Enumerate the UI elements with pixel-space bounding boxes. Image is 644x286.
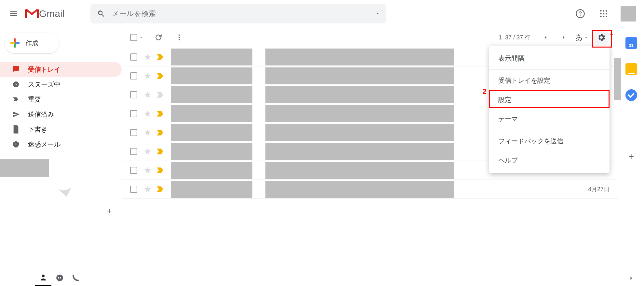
star-icon[interactable] xyxy=(144,110,152,118)
more-button[interactable] xyxy=(174,32,185,43)
mail-date: 4月27日 xyxy=(588,185,610,193)
account-avatar[interactable] xyxy=(621,6,636,21)
next-page-button[interactable] xyxy=(557,28,570,47)
row-checkbox[interactable] xyxy=(130,186,137,193)
refresh-icon xyxy=(154,33,163,42)
calendar-addon[interactable]: 31 xyxy=(625,37,637,49)
chat-bubble-tail xyxy=(52,184,122,197)
importance-icon[interactable] xyxy=(156,148,165,155)
star-icon[interactable] xyxy=(144,148,152,155)
star-icon[interactable] xyxy=(144,185,152,193)
subject-redacted xyxy=(265,181,454,198)
search-options-icon[interactable] xyxy=(375,11,380,16)
refresh-button[interactable] xyxy=(153,32,164,43)
apps-button[interactable] xyxy=(595,5,613,23)
menu-item-feedback[interactable]: フィードバックを送信 xyxy=(489,132,610,151)
chevron-right-icon xyxy=(628,275,635,281)
row-checkbox[interactable] xyxy=(130,110,137,117)
important-icon xyxy=(11,95,21,103)
compose-label: 作成 xyxy=(25,39,38,48)
tasks-addon[interactable] xyxy=(625,89,637,101)
svg-rect-16 xyxy=(60,277,61,279)
sender-redacted xyxy=(171,181,252,198)
svg-point-3 xyxy=(603,10,605,11)
sidebar-item-inbox[interactable]: 受信トレイ xyxy=(0,62,122,77)
main-menu-button[interactable] xyxy=(4,4,23,23)
sidebar-item-drafts[interactable]: 下書き xyxy=(0,122,122,137)
importance-icon[interactable] xyxy=(156,72,165,79)
menu-item-help[interactable]: ヘルプ xyxy=(489,151,610,170)
sidebar-item-snoozed[interactable]: スヌーズ中 xyxy=(0,77,122,92)
hangouts-chat-tab[interactable] xyxy=(51,270,68,286)
settings-button[interactable] xyxy=(593,29,610,46)
row-checkbox[interactable] xyxy=(130,129,137,136)
hangouts-phone-tab[interactable] xyxy=(68,270,84,286)
row-checkbox[interactable] xyxy=(130,167,137,174)
importance-icon[interactable] xyxy=(156,53,165,61)
mail-row[interactable]: 4月27日 xyxy=(122,180,618,199)
subject-redacted xyxy=(265,124,454,141)
sender-redacted xyxy=(171,124,252,141)
subject-redacted xyxy=(265,49,454,65)
compose-button[interactable]: 作成 xyxy=(5,33,59,53)
search-input[interactable] xyxy=(112,9,375,18)
row-checkbox[interactable] xyxy=(130,53,137,61)
importance-icon[interactable] xyxy=(156,186,165,193)
importance-icon[interactable] xyxy=(156,167,165,174)
sidebar-item-important[interactable]: 重要 xyxy=(0,92,122,107)
sidebar-item-label: 重要 xyxy=(28,95,41,104)
search-bar[interactable] xyxy=(90,4,386,23)
svg-point-5 xyxy=(600,13,602,14)
menu-separator xyxy=(489,130,610,130)
inbox-icon xyxy=(11,65,21,73)
svg-point-2 xyxy=(600,10,602,11)
support-button[interactable]: ? xyxy=(571,5,589,23)
gmail-logo-text: Gmail xyxy=(39,8,64,19)
hangouts-icon xyxy=(56,274,63,282)
chevron-right-icon xyxy=(560,34,567,41)
star-icon[interactable] xyxy=(144,72,152,80)
get-addons-button[interactable]: + xyxy=(628,151,634,162)
hide-panel-button[interactable] xyxy=(628,275,635,283)
star-icon[interactable] xyxy=(144,53,152,61)
sidebar-item-spam[interactable]: 迷惑メール xyxy=(0,137,122,152)
draft-icon xyxy=(11,125,21,134)
importance-icon[interactable] xyxy=(156,110,165,117)
row-checkbox[interactable] xyxy=(130,91,137,98)
prev-page-button[interactable] xyxy=(539,28,552,47)
importance-icon[interactable] xyxy=(156,129,165,136)
svg-point-9 xyxy=(603,16,605,17)
input-method-button[interactable]: あ xyxy=(575,33,588,42)
sidebar: 作成 受信トレイ スヌーズ中 重要 送信済み 下書き 迷惑メール + xyxy=(0,27,122,286)
menu-separator xyxy=(489,69,610,70)
chat-section-redacted xyxy=(0,159,49,177)
importance-icon[interactable] xyxy=(156,91,165,98)
sidebar-item-label: スヌーズ中 xyxy=(28,80,60,89)
star-icon[interactable] xyxy=(144,91,152,99)
svg-rect-12 xyxy=(16,143,16,145)
sidebar-item-sent[interactable]: 送信済み xyxy=(0,107,122,122)
row-checkbox[interactable] xyxy=(130,72,137,79)
svg-point-19 xyxy=(179,39,180,40)
sender-redacted xyxy=(171,105,252,122)
menu-item-configure-inbox[interactable]: 受信トレイを設定 xyxy=(489,71,610,90)
gmail-logo[interactable]: Gmail xyxy=(25,8,64,19)
sender-redacted xyxy=(171,143,252,160)
chevron-down-icon xyxy=(139,36,143,39)
svg-rect-13 xyxy=(16,146,16,146)
hangouts-contacts-tab[interactable] xyxy=(35,270,51,286)
header: Gmail ? xyxy=(0,0,644,27)
sender-redacted xyxy=(171,86,252,103)
star-icon[interactable] xyxy=(144,166,152,174)
phone-icon xyxy=(72,274,80,282)
star-icon[interactable] xyxy=(144,129,152,136)
menu-item-density[interactable]: 表示間隔 xyxy=(489,49,610,68)
menu-item-settings[interactable]: 設定 xyxy=(489,90,610,109)
select-all-checkbox[interactable] xyxy=(130,34,143,41)
new-chat-button[interactable]: + xyxy=(107,206,112,216)
menu-item-themes[interactable]: テーマ xyxy=(489,109,610,129)
row-checkbox[interactable] xyxy=(130,148,137,155)
checkbox-icon xyxy=(130,34,137,41)
gmail-m-icon xyxy=(25,8,39,19)
keep-addon[interactable] xyxy=(625,63,637,75)
